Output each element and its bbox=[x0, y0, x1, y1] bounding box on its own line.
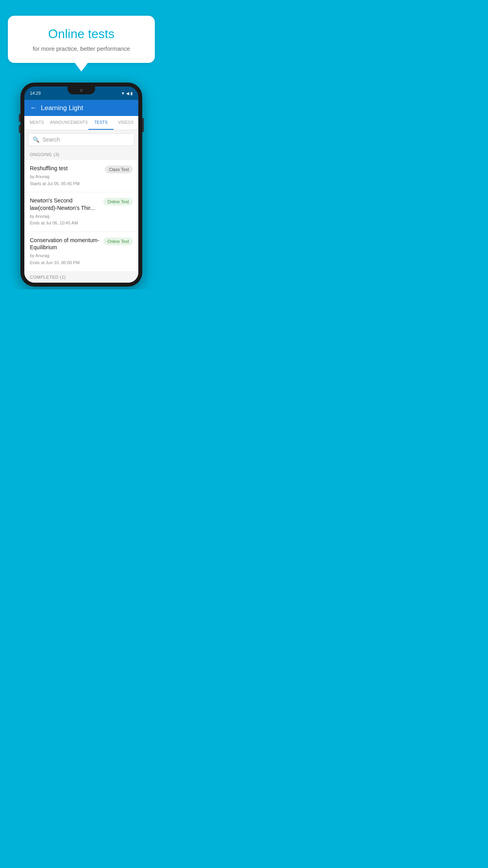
search-input-wrapper[interactable]: 🔍 Search bbox=[28, 133, 134, 146]
status-icons: ▼ ◀ ▮ bbox=[121, 91, 133, 96]
test-info: Conservation of momentum-Equilibrium by … bbox=[30, 237, 100, 267]
tabs-bar: MENTS ANNOUNCEMENTS TESTS VIDEOS bbox=[24, 116, 138, 130]
test-name: Reshuffling test bbox=[30, 165, 102, 172]
test-badge-online: Online Test bbox=[103, 237, 133, 245]
promo-title: Online tests bbox=[20, 27, 143, 41]
promo-section: Online tests for more practice, better p… bbox=[0, 0, 163, 63]
test-badge-class: Class Test bbox=[105, 166, 133, 173]
back-button[interactable]: ← bbox=[30, 104, 37, 112]
test-info: Newton's Second law(contd)-Newton's Thir… bbox=[30, 197, 100, 227]
speech-bubble: Online tests for more practice, better p… bbox=[8, 16, 155, 63]
search-placeholder-text: Search bbox=[42, 136, 60, 143]
test-item[interactable]: Conservation of momentum-Equilibrium by … bbox=[24, 232, 138, 272]
phone-area: 14:29 ▼ ◀ ▮ ← Learning Light MENTS ANNOU… bbox=[0, 83, 163, 287]
tab-announcements[interactable]: ANNOUNCEMENTS bbox=[49, 116, 88, 130]
test-time: Starts at Jul 05, 05:45 PM bbox=[30, 180, 102, 188]
phone-frame: 14:29 ▼ ◀ ▮ ← Learning Light MENTS ANNOU… bbox=[20, 83, 142, 287]
app-title: Learning Light bbox=[41, 104, 83, 112]
notch bbox=[68, 86, 95, 94]
test-name: Newton's Second law(contd)-Newton's Thir… bbox=[30, 197, 100, 211]
app-header: ← Learning Light bbox=[24, 100, 138, 116]
test-item[interactable]: Newton's Second law(contd)-Newton's Thir… bbox=[24, 192, 138, 232]
clock: 14:29 bbox=[30, 91, 41, 96]
signal-icon: ◀ bbox=[126, 91, 129, 96]
promo-subtitle: for more practice, better performance bbox=[20, 45, 143, 52]
status-bar: 14:29 ▼ ◀ ▮ bbox=[24, 86, 138, 100]
completed-section-header: COMPLETED (1) bbox=[24, 272, 138, 283]
battery-icon: ▮ bbox=[130, 91, 133, 96]
test-by: by Anurag bbox=[30, 252, 100, 259]
camera bbox=[80, 89, 83, 92]
tab-tests[interactable]: TESTS bbox=[88, 116, 113, 130]
tab-videos[interactable]: VIDEOS bbox=[114, 116, 138, 130]
power-button bbox=[142, 118, 144, 132]
test-by: by Anurag bbox=[30, 213, 100, 220]
test-info: Reshuffling test by Anurag Starts at Jul… bbox=[30, 165, 102, 187]
volume-up-button bbox=[19, 114, 20, 122]
test-by: by Anurag bbox=[30, 173, 102, 180]
test-item[interactable]: Reshuffling test by Anurag Starts at Jul… bbox=[24, 160, 138, 192]
test-time: Ends at Jun 10, 06:00 PM bbox=[30, 259, 100, 267]
wifi-icon: ▼ bbox=[121, 91, 125, 96]
search-icon: 🔍 bbox=[33, 136, 39, 143]
test-time: Ends at Jul 06, 10:45 AM bbox=[30, 220, 100, 227]
search-bar: 🔍 Search bbox=[24, 130, 138, 149]
volume-down-button bbox=[19, 125, 20, 133]
test-badge-online: Online Test bbox=[103, 198, 133, 206]
test-name: Conservation of momentum-Equilibrium bbox=[30, 237, 100, 251]
tab-ments[interactable]: MENTS bbox=[24, 116, 49, 130]
phone-screen: ← Learning Light MENTS ANNOUNCEMENTS TES… bbox=[24, 100, 138, 283]
ongoing-section-header: ONGOING (3) bbox=[24, 149, 138, 160]
